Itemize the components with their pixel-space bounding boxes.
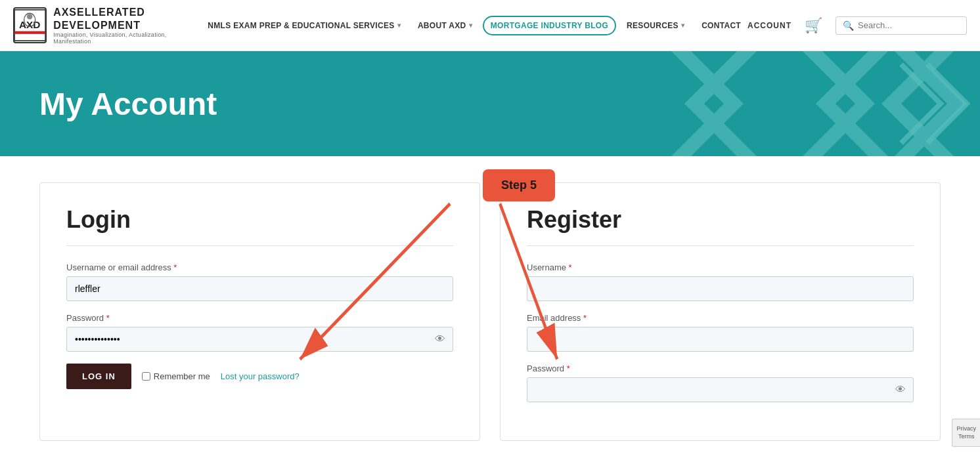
- hero-decoration: [652, 51, 980, 156]
- reg-email-label: Email address *: [527, 313, 914, 323]
- register-card: Register Username * Email address * Pass…: [500, 182, 941, 441]
- logo-title-line2: DEVELOPMENT: [53, 19, 194, 31]
- reg-password-toggle-icon[interactable]: 👁: [895, 384, 906, 396]
- search-input[interactable]: [858, 20, 960, 30]
- required-star: *: [106, 313, 110, 323]
- reg-password-wrapper: 👁: [527, 377, 914, 402]
- username-label: Username or email address *: [66, 262, 453, 272]
- hero-banner: My Account: [0, 51, 980, 156]
- required-star: *: [569, 262, 572, 272]
- lost-password-link[interactable]: Lost your password?: [221, 371, 300, 381]
- content-wrapper: Step 5 Login Use: [0, 156, 980, 460]
- login-title: Login: [66, 206, 453, 234]
- register-divider: [527, 245, 914, 246]
- page-title: My Account: [39, 86, 217, 122]
- svg-point-4: [27, 14, 33, 20]
- privacy-badge: Privacy Terms: [952, 419, 980, 447]
- reg-username-label: Username *: [527, 262, 914, 272]
- chevron-down-icon: ▾: [397, 22, 401, 29]
- login-actions: LOG IN Remember me Lost your password?: [66, 364, 453, 389]
- login-button[interactable]: LOG IN: [66, 364, 131, 389]
- password-toggle-icon[interactable]: 👁: [435, 333, 445, 345]
- main-content: Login Username or email address * Passwo…: [0, 156, 980, 460]
- chevron-down-icon: ▾: [681, 22, 684, 29]
- nav-item-resources[interactable]: RESOURCES ▾: [620, 17, 691, 34]
- required-star: *: [173, 262, 177, 272]
- logo-icon: AXD: [13, 7, 47, 43]
- reg-password-label: Password *: [527, 364, 914, 373]
- account-link[interactable]: ACCOUNT: [747, 21, 791, 30]
- logo-text: AXSELLERATED DEVELOPMENT Imagination, Vi…: [53, 6, 194, 44]
- nav-item-nmls[interactable]: NMLS EXAM PREP & EDUCATIONAL SERVICES ▾: [201, 17, 407, 34]
- nav-item-blog[interactable]: MORTGAGE INDUSTRY BLOG: [483, 16, 616, 35]
- site-header: AXD AXSELLERATED DEVELOPMENT Imagination…: [0, 0, 980, 51]
- password-wrapper: 👁: [66, 327, 453, 352]
- required-star: *: [567, 364, 570, 373]
- svg-text:AXD: AXD: [19, 19, 41, 30]
- main-nav: NMLS EXAM PREP & EDUCATIONAL SERVICES ▾ …: [201, 16, 747, 35]
- register-title: Register: [527, 206, 914, 234]
- username-input[interactable]: [66, 276, 453, 301]
- password-label: Password *: [66, 313, 453, 323]
- header-right: ACCOUNT 🛒 🔍: [747, 16, 967, 35]
- logo-subtitle: Imagination, Visualization, Actualizatio…: [53, 31, 194, 45]
- logo-title-line1: AXSELLERATED: [53, 6, 194, 18]
- reg-password-input[interactable]: [527, 377, 914, 402]
- required-star: *: [583, 313, 587, 323]
- svg-rect-1: [14, 31, 45, 33]
- password-input[interactable]: [66, 327, 453, 352]
- login-card: Login Username or email address * Passwo…: [39, 182, 480, 441]
- nav-item-about[interactable]: ABOUT AXD ▾: [411, 17, 479, 34]
- logo-area[interactable]: AXD AXSELLERATED DEVELOPMENT Imagination…: [13, 6, 194, 44]
- search-icon: 🔍: [843, 20, 854, 31]
- login-divider: [66, 245, 453, 246]
- reg-username-input[interactable]: [527, 276, 914, 301]
- remember-me-label[interactable]: Remember me: [142, 371, 210, 381]
- cart-icon[interactable]: 🛒: [805, 17, 822, 34]
- nav-item-contact[interactable]: CONTACT: [695, 17, 747, 34]
- remember-me-checkbox[interactable]: [142, 372, 150, 381]
- chevron-down-icon: ▾: [469, 22, 472, 29]
- search-box[interactable]: 🔍: [835, 16, 967, 35]
- reg-email-input[interactable]: [527, 327, 914, 352]
